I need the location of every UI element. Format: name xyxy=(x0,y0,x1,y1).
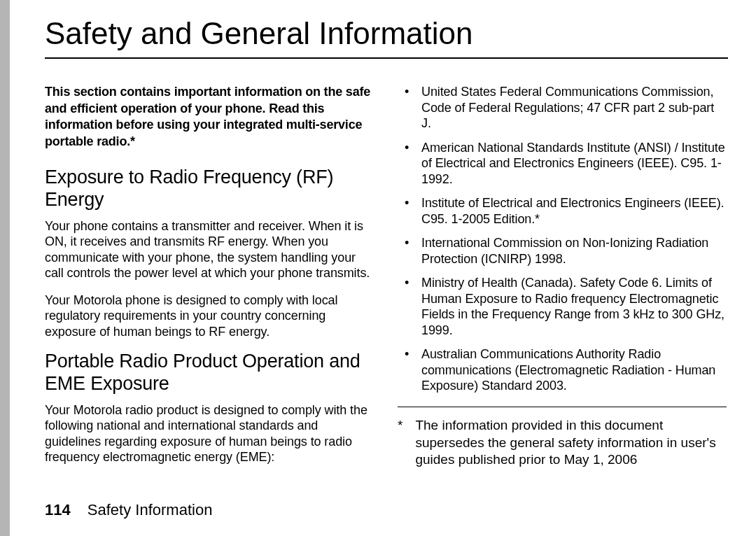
list-item: Ministry of Health (Canada). Safety Code… xyxy=(398,275,727,338)
right-column: United States Federal Communications Com… xyxy=(398,84,727,477)
list-item: American National Standards Institute (A… xyxy=(398,140,727,188)
body-text: Your Motorola radio product is designed … xyxy=(45,402,374,465)
list-item: Australian Communications Authority Radi… xyxy=(398,346,727,394)
page-footer: 114 Safety Information xyxy=(45,501,212,519)
footnote-marker: * xyxy=(398,417,402,469)
page-number: 114 xyxy=(45,501,71,519)
list-item: Institute of Electrical and Electronics … xyxy=(398,195,727,227)
list-item: International Commission on Non-Ionizing… xyxy=(398,235,727,267)
two-column-layout: This section contains important informat… xyxy=(45,84,728,477)
section-heading-eme: Portable Radio Product Operation and EME… xyxy=(45,351,374,395)
page-title: Safety and General Information xyxy=(45,17,728,59)
left-column: This section contains important informat… xyxy=(45,84,374,477)
divider xyxy=(398,407,727,407)
body-text: Your Motorola phone is designed to compl… xyxy=(45,292,374,340)
binding-spine xyxy=(0,0,10,536)
standards-list: United States Federal Communications Com… xyxy=(398,84,727,394)
list-item: United States Federal Communications Com… xyxy=(398,84,727,132)
footnote-text: The information provided in this documen… xyxy=(415,417,727,469)
footer-section-name: Safety Information xyxy=(88,501,213,519)
section-heading-rf: Exposure to Radio Frequency (RF) Energy xyxy=(45,167,374,211)
footnote: * The information provided in this docum… xyxy=(398,417,727,469)
document-page: Safety and General Information This sect… xyxy=(0,0,756,536)
body-text: Your phone contains a transmitter and re… xyxy=(45,218,374,281)
intro-paragraph: This section contains important informat… xyxy=(45,84,374,150)
